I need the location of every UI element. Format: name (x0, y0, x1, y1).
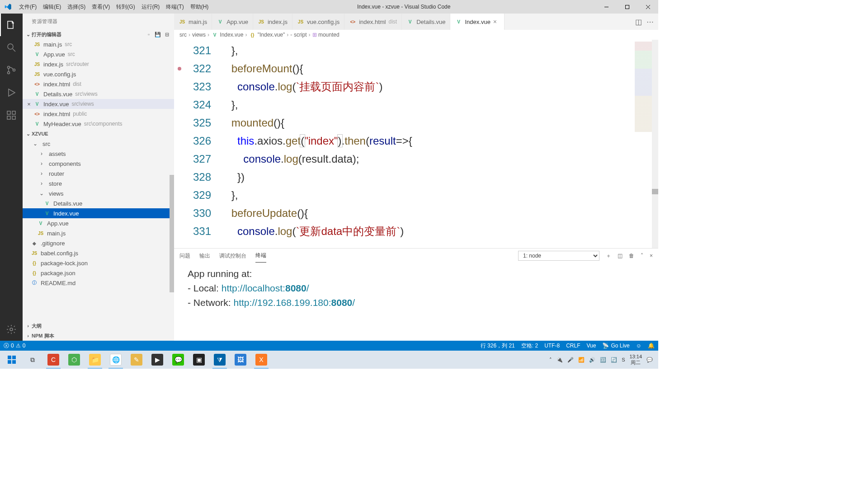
kill-terminal-icon[interactable]: 🗑 (629, 253, 634, 259)
status-language[interactable]: Vue (586, 343, 596, 349)
source-control-icon[interactable] (0, 59, 23, 81)
tree-item[interactable]: ›router (23, 169, 174, 178)
editor-tab[interactable]: JSvue.config.js (292, 14, 344, 30)
minimap[interactable] (635, 42, 652, 132)
menu-item[interactable]: 终端(T) (163, 3, 187, 11)
settings-gear-icon[interactable] (0, 318, 23, 341)
tree-item[interactable]: VIndex.vue (23, 208, 174, 218)
close-all-icon[interactable]: ⊟ (163, 31, 170, 38)
menu-item[interactable]: 编辑(E) (40, 3, 64, 11)
split-editor-icon[interactable]: ◫ (635, 18, 642, 26)
open-editor-item[interactable]: VMyHeader.vuesrc\components (23, 119, 174, 129)
breadcrumb-item[interactable]: ▫ script (290, 32, 307, 38)
taskbar-chrome[interactable]: 🌐 (106, 351, 126, 369)
menu-item[interactable]: 转到(G) (113, 3, 138, 11)
more-actions-icon[interactable]: ⋯ (646, 18, 654, 26)
task-view-button[interactable]: ⧉ (23, 351, 42, 369)
maximize-button[interactable] (617, 0, 637, 14)
taskbar-terminal[interactable]: ▣ (189, 351, 209, 369)
breadcrumb-item[interactable]: ⊞ mounted (312, 32, 340, 38)
tree-item[interactable]: ⌄views (23, 188, 174, 198)
terminal-output[interactable]: App running at: - Local: http://localhos… (174, 263, 658, 341)
taskbar-app[interactable]: ▶ (147, 351, 167, 369)
code-editor[interactable]: 321322323324325326327328329330331 }, bef… (174, 40, 658, 248)
taskbar-app[interactable]: ⬡ (64, 351, 84, 369)
menu-item[interactable]: 文件(F) (16, 3, 40, 11)
open-editor-item[interactable]: <>index.htmlpublic (23, 109, 174, 119)
tray-chevron-icon[interactable]: ˄ (549, 357, 552, 363)
tree-item[interactable]: ◆.gitignore (23, 238, 174, 248)
status-bell-icon[interactable]: 🔔 (648, 343, 655, 349)
new-untitled-icon[interactable]: ▫ (145, 31, 152, 38)
editor-tab[interactable]: VDetails.vue (402, 14, 450, 30)
taskbar-photos[interactable]: 🖼 (231, 351, 250, 369)
taskbar-app[interactable]: ✎ (127, 351, 146, 369)
close-tab-icon[interactable]: × (493, 18, 500, 25)
panel-tab[interactable]: 输出 (199, 249, 210, 263)
panel-tab[interactable]: 问题 (179, 249, 190, 263)
tree-item[interactable]: JSmain.js (23, 228, 174, 238)
run-debug-icon[interactable] (0, 81, 23, 104)
status-errors[interactable]: ⓧ 0 ⚠ 0 (4, 342, 25, 350)
open-editor-item[interactable]: JSmain.jssrc (23, 39, 174, 49)
close-editor-icon[interactable]: × (24, 101, 33, 108)
sidebar-scrollbar[interactable] (170, 175, 174, 292)
system-tray[interactable]: ˄ 🔌 🎤 📶 🔊 🈁 🔄 S 13:14周二 💬 (549, 354, 656, 366)
breadcrumb-item[interactable]: {} "Index.vue" (249, 31, 285, 38)
breadcrumb-item[interactable]: src (179, 32, 187, 38)
open-editor-item[interactable]: JSindex.jssrc\router (23, 59, 174, 69)
open-editors-header[interactable]: ⌄ 打开的编辑器 ▫ 💾 ⊟ (23, 29, 174, 39)
tray-notifications-icon[interactable]: 💬 (646, 357, 653, 363)
breadcrumb-item[interactable]: views (192, 32, 206, 38)
status-golive[interactable]: 📡 Go Live (602, 343, 629, 349)
tray-app-icon[interactable]: S (622, 357, 625, 362)
minimize-button[interactable] (596, 0, 617, 14)
close-button[interactable] (637, 0, 658, 14)
start-button[interactable] (2, 351, 22, 369)
panel-tab[interactable]: 终端 (255, 249, 266, 263)
tree-item[interactable]: ⓘREADME.md (23, 278, 174, 288)
status-feedback-icon[interactable]: ☺ (636, 343, 642, 349)
menu-item[interactable]: 帮助(H) (187, 3, 212, 11)
breadcrumb-item[interactable]: V Index.vue (211, 31, 243, 38)
tree-item[interactable]: JSbabel.config.js (23, 248, 174, 258)
taskbar-wechat[interactable]: 💬 (168, 351, 188, 369)
maximize-panel-icon[interactable]: ˄ (641, 253, 643, 259)
status-indent[interactable]: 空格: 2 (521, 342, 538, 350)
status-eol[interactable]: CRLF (566, 343, 580, 349)
editor-tab[interactable]: <>index.htmldist (344, 14, 402, 30)
taskbar-file-explorer[interactable]: 📁 (85, 351, 105, 369)
open-editor-item[interactable]: VApp.vuesrc (23, 49, 174, 59)
npm-scripts-header[interactable]: › NPM 脚本 (23, 331, 174, 341)
search-icon[interactable] (0, 36, 23, 59)
menu-item[interactable]: 选择(S) (64, 3, 89, 11)
panel-tab[interactable]: 调试控制台 (219, 249, 246, 263)
open-editor-item[interactable]: ×VIndex.vuesrc\views (23, 99, 174, 109)
tray-ime-icon[interactable]: 🈁 (600, 357, 606, 363)
tree-item[interactable]: VDetails.vue (23, 198, 174, 208)
tray-sync-icon[interactable]: 🔄 (611, 357, 617, 363)
editor-scrollbar-track[interactable] (652, 40, 658, 248)
tray-clock[interactable]: 13:14周二 (629, 354, 642, 366)
tree-item[interactable]: ›components (23, 159, 174, 169)
status-cursor-pos[interactable]: 行 326，列 21 (481, 342, 515, 350)
open-editor-item[interactable]: <>index.htmldist (23, 79, 174, 89)
breadcrumb[interactable]: src›views›V Index.vue›{} "Index.vue"›▫ s… (174, 30, 658, 40)
outline-header[interactable]: › 大纲 (23, 321, 174, 331)
tray-power-icon[interactable]: 🔌 (557, 357, 563, 363)
tree-item[interactable]: ⌄src (23, 139, 174, 149)
open-editor-item[interactable]: JSvue.config.js (23, 69, 174, 79)
extensions-icon[interactable] (0, 104, 23, 127)
new-terminal-icon[interactable]: ＋ (606, 252, 611, 260)
status-encoding[interactable]: UTF-8 (544, 343, 560, 349)
taskbar-vscode[interactable]: ⧩ (210, 351, 230, 369)
terminal-selector[interactable]: 1: node (518, 251, 599, 261)
editor-tab[interactable]: VIndex.vue× (450, 14, 504, 30)
menu-item[interactable]: 查看(V) (89, 3, 113, 11)
save-all-icon[interactable]: 💾 (154, 31, 161, 38)
tree-item[interactable]: ›store (23, 178, 174, 188)
editor-scrollbar-thumb[interactable] (652, 189, 658, 194)
menu-item[interactable]: 运行(R) (138, 3, 163, 11)
editor-tab[interactable]: VApp.vue (212, 14, 253, 30)
project-header[interactable]: ⌄ XZVUE (23, 129, 174, 139)
